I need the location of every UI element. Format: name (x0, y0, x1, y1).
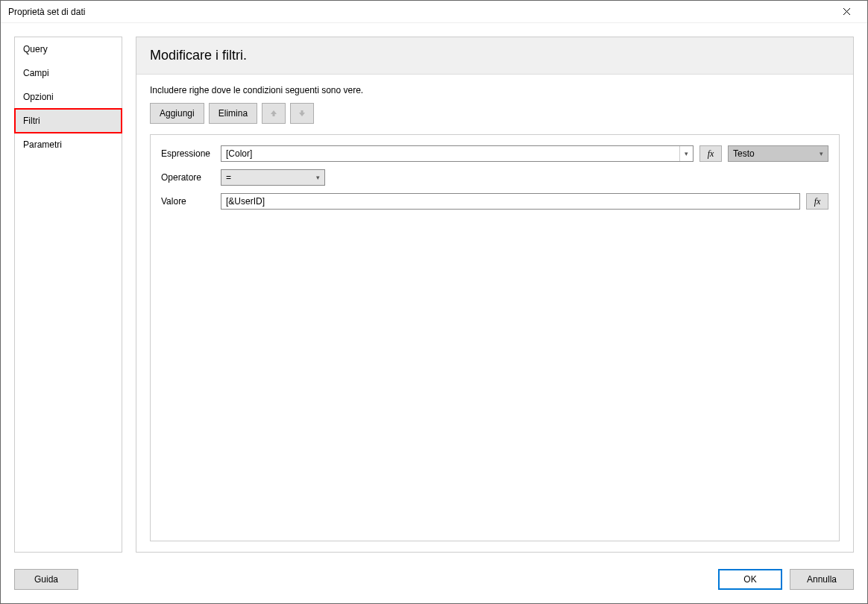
main-panel: Modificare i filtri. Includere righe dov… (136, 37, 854, 553)
dialog-window: Proprietà set di dati Query Campi Opzion… (0, 0, 868, 604)
expression-combo[interactable]: [Color] ▾ (221, 145, 694, 162)
operator-label: Operatore (161, 172, 215, 183)
sidebar-item-parametri[interactable]: Parametri (15, 133, 122, 157)
add-button[interactable]: Aggiungi (150, 103, 204, 124)
close-icon (843, 7, 851, 16)
sidebar-item-query[interactable]: Query (15, 37, 122, 61)
value-label: Valore (161, 196, 215, 207)
operator-row: Operatore = ▾ (161, 169, 828, 186)
move-up-button[interactable] (262, 103, 286, 124)
main-header: Modificare i filtri. (136, 37, 853, 75)
operator-select[interactable]: = ▾ (221, 169, 325, 186)
expression-dropdown-button[interactable]: ▾ (679, 146, 693, 161)
expression-fx-button[interactable]: fx (699, 145, 722, 162)
titlebar: Proprietà set di dati (1, 1, 867, 23)
sidebar-item-filtri[interactable]: Filtri (15, 109, 122, 133)
filter-toolbar: Aggiungi Elimina (150, 103, 840, 124)
expression-value: [Color] (226, 148, 252, 159)
sidebar: Query Campi Opzioni Filtri Parametri (14, 37, 122, 553)
operator-value: = (226, 172, 231, 183)
ok-button[interactable]: OK (718, 569, 782, 590)
dialog-footer: Guida OK Annulla (1, 566, 867, 603)
close-button[interactable] (831, 1, 861, 22)
window-title: Proprietà set di dati (8, 7, 85, 17)
expression-label: Espressione (161, 148, 215, 159)
value-input[interactable] (221, 193, 800, 210)
value-fx-button[interactable]: fx (806, 193, 828, 210)
cancel-button[interactable]: Annulla (790, 569, 854, 590)
chevron-down-icon: ▾ (685, 150, 688, 157)
help-button[interactable]: Guida (14, 569, 78, 590)
filter-form-panel: Espressione [Color] ▾ fx Testo ▾ Operato… (150, 134, 840, 541)
type-value: Testo (733, 148, 755, 159)
arrow-up-icon (269, 109, 278, 118)
expression-row: Espressione [Color] ▾ fx Testo ▾ (161, 145, 828, 162)
sidebar-item-campi[interactable]: Campi (15, 61, 122, 85)
chevron-down-icon: ▾ (316, 174, 320, 181)
footer-right: OK Annulla (718, 569, 854, 590)
instruction-text: Includere righe dove le condizioni segue… (150, 85, 840, 95)
dialog-body: Query Campi Opzioni Filtri Parametri Mod… (1, 23, 867, 566)
arrow-down-icon (298, 109, 306, 118)
value-row: Valore fx (161, 193, 828, 210)
type-select[interactable]: Testo ▾ (728, 145, 828, 162)
delete-button[interactable]: Elimina (209, 103, 257, 124)
chevron-down-icon: ▾ (820, 150, 823, 157)
sidebar-item-opzioni[interactable]: Opzioni (15, 85, 122, 109)
main-content: Includere righe dove le condizioni segue… (136, 75, 853, 552)
move-down-button[interactable] (290, 103, 314, 124)
page-title: Modificare i filtri. (150, 48, 840, 63)
